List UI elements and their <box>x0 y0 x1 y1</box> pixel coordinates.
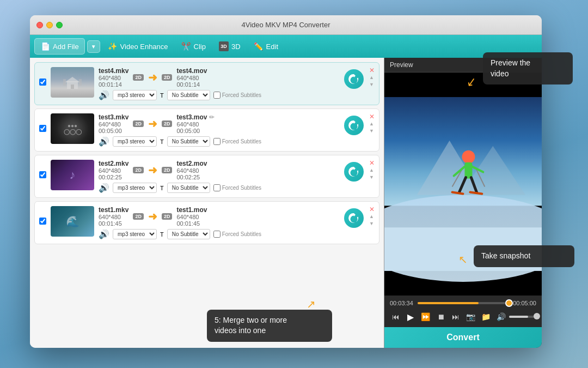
item-close-3[interactable]: ✕ <box>369 160 375 166</box>
minimize-button[interactable] <box>46 22 53 28</box>
subtitle-select-3[interactable]: No Subtitle <box>167 183 210 193</box>
preview-label: Preview <box>384 58 542 73</box>
traffic-lights <box>36 22 63 28</box>
filename-out-4: test1.mov <box>176 206 207 214</box>
filename-in-3: test2.mkv <box>99 160 128 167</box>
play-button[interactable]: ▶ <box>405 311 417 323</box>
item-up-3[interactable]: ▲ <box>369 167 375 173</box>
item-down-3[interactable]: ▼ <box>369 174 375 180</box>
video-enhance-button[interactable]: ✨ Video Enhance <box>102 39 174 54</box>
edit-name-icon-2[interactable]: ✏ <box>209 113 215 121</box>
volume-thumb[interactable] <box>534 313 540 319</box>
subtitle-icon-1: T <box>160 92 164 99</box>
add-file-dropdown[interactable]: ▼ <box>87 40 100 53</box>
duration-out-4: 00:01:45 <box>176 220 207 227</box>
progress-thumb[interactable] <box>505 299 513 307</box>
item-down-2[interactable]: ▼ <box>369 128 375 134</box>
item-convert-btn-3[interactable] <box>344 162 364 182</box>
item-up-4[interactable]: ▲ <box>369 214 375 220</box>
audio-select-3[interactable]: mp3 stereo <box>113 183 157 193</box>
snapshot-button[interactable]: 📷 <box>465 311 477 323</box>
filename-in-4: test1.mkv <box>99 206 128 214</box>
item-close-4[interactable]: ✕ <box>369 206 375 213</box>
item-convert-btn-2[interactable] <box>344 116 364 135</box>
3d-button[interactable]: 3D 3D <box>213 39 246 54</box>
audio-select-4[interactable]: mp3 stereo <box>113 229 157 239</box>
file-info-2: test3.mkv 640*480 00:05:00 2D ➜ 2D test3… <box>99 113 340 147</box>
player-buttons: ⏮ ▶ ⏩ ⏹ ⏭ 📷 📁 🔊 <box>390 311 536 323</box>
edit-button[interactable]: ✏️ Edit <box>248 39 284 54</box>
badge-2d-out-4: 2D <box>162 213 173 220</box>
item-up-2[interactable]: ▲ <box>369 121 375 127</box>
item-down-4[interactable]: ▼ <box>369 221 375 227</box>
badge-2d-out-3: 2D <box>162 167 173 173</box>
item-convert-btn-1[interactable] <box>344 69 364 89</box>
subtitle-select-1[interactable]: No Subtitle <box>167 90 210 100</box>
audio-icon-3: 🔊 <box>99 183 109 193</box>
time-total: 00:05:00 <box>513 300 536 306</box>
item-close-2[interactable]: ✕ <box>369 113 375 120</box>
svg-rect-4 <box>79 79 82 86</box>
file-info-4: test1.mkv 640*480 00:01:45 2D ➜ 2D test1… <box>99 206 340 239</box>
volume-track[interactable] <box>509 316 536 318</box>
file-list: test4.mkv 640*480 00:01:14 2D ➜ 2D test4… <box>30 58 384 348</box>
volume-control: 🔊 <box>495 311 536 323</box>
clip-icon: ✂️ <box>181 41 191 51</box>
thumbnail-3: ♪ <box>51 160 94 190</box>
progress-track[interactable] <box>418 302 509 304</box>
audio-select-1[interactable]: mp3 stereo <box>113 90 157 100</box>
enhance-icon: ✨ <box>108 41 118 51</box>
file-controls-1: 🔊 mp3 stereo T No Subtitle Forced Subtit… <box>99 90 340 100</box>
item-up-1[interactable]: ▲ <box>369 75 375 81</box>
specs-in-2: 640*480 <box>99 121 128 128</box>
item-close-1[interactable]: ✕ <box>369 67 375 74</box>
convert-main-button[interactable]: Convert <box>384 327 542 348</box>
checkbox-3[interactable] <box>39 171 46 180</box>
specs-out-3: 640*480 <box>176 167 207 174</box>
window-title: 4Video MKV MP4 Converter <box>241 21 330 29</box>
fast-forward-button[interactable]: ⏩ <box>420 311 432 323</box>
duration-in-2: 00:05:00 <box>99 128 128 134</box>
clip-button[interactable]: ✂️ Clip <box>176 39 211 54</box>
badge-2d-out-2: 2D <box>162 120 173 127</box>
badge-2d-in-1: 2D <box>133 74 144 81</box>
add-file-button[interactable]: 📄 Add File <box>34 38 85 55</box>
thumbnail-4: 🌊 <box>51 206 94 237</box>
svg-rect-7 <box>384 227 542 271</box>
skip-back-button[interactable]: ⏮ <box>390 311 402 323</box>
maximize-button[interactable] <box>56 22 63 28</box>
stop-button[interactable]: ⏹ <box>435 311 447 323</box>
audio-icon-1: 🔊 <box>99 90 109 100</box>
file-item-2: ●●●◯◯◯ test3.mkv 640*480 00:05:00 2D ➜ 2… <box>34 108 379 152</box>
forced-sub-1: Forced Subtitles <box>213 92 261 99</box>
title-bar: 4Video MKV MP4 Converter <box>30 15 542 35</box>
svg-point-10 <box>462 150 475 164</box>
duration-out-2: 00:05:00 <box>176 128 215 134</box>
folder-button[interactable]: 📁 <box>480 311 492 323</box>
main-area: test4.mkv 640*480 00:01:14 2D ➜ 2D test4… <box>30 58 542 348</box>
duration-in-1: 00:01:14 <box>99 81 128 88</box>
specs-out-4: 640*480 <box>176 214 207 220</box>
checkbox-4[interactable] <box>39 217 46 227</box>
audio-icon-4: 🔊 <box>99 229 109 239</box>
forced-sub-2: Forced Subtitles <box>213 138 261 145</box>
filename-out-3: test2.mov <box>176 160 207 167</box>
progress-fill <box>418 302 479 304</box>
close-button[interactable] <box>36 22 43 28</box>
item-down-1[interactable]: ▼ <box>369 82 375 88</box>
filename-out-2: test3.mov <box>176 113 207 121</box>
subtitle-select-4[interactable]: No Subtitle <box>167 229 210 239</box>
checkbox-1[interactable] <box>39 78 46 88</box>
3d-icon: 3D <box>219 41 229 51</box>
filename-out-1: test4.mov <box>176 67 207 75</box>
audio-select-2[interactable]: mp3 stereo <box>113 136 157 147</box>
progress-bar-container: 00:03:34 00:05:00 <box>390 300 536 306</box>
specs-out-2: 640*480 <box>176 121 215 128</box>
badge-2d-in-3: 2D <box>133 167 144 173</box>
subtitle-select-2[interactable]: No Subtitle <box>167 136 210 147</box>
checkbox-2[interactable] <box>39 124 46 134</box>
item-convert-btn-4[interactable] <box>344 208 364 228</box>
convert-arrow-2: ➜ <box>148 117 157 130</box>
specs-in-3: 640*480 <box>99 167 128 174</box>
skip-forward-button[interactable]: ⏭ <box>450 311 462 323</box>
